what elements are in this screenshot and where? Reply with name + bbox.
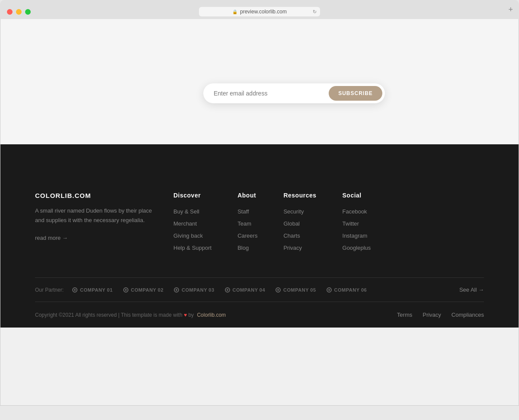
partners-label: Our Partner: bbox=[35, 287, 64, 293]
partner-company-05[interactable]: COMPANY 05 bbox=[276, 287, 316, 293]
link-team[interactable]: Team bbox=[237, 220, 251, 227]
link-careers[interactable]: Careers bbox=[237, 232, 257, 239]
footer-nav-columns: Discover Buy & Sell Merchant Giving back… bbox=[173, 192, 484, 256]
link-staff[interactable]: Staff bbox=[237, 208, 249, 215]
link-twitter[interactable]: Twitter bbox=[343, 220, 359, 227]
lock-icon: 🔒 bbox=[232, 10, 237, 14]
partner-name-1: COMPANY 01 bbox=[80, 287, 113, 293]
link-giving-back[interactable]: Giving back bbox=[173, 232, 203, 239]
link-blog[interactable]: Blog bbox=[237, 245, 249, 251]
see-all-link[interactable]: See All → bbox=[459, 286, 484, 293]
partner-name-5: COMPANY 05 bbox=[283, 287, 316, 293]
partner-company-02[interactable]: COMPANY 02 bbox=[123, 287, 164, 293]
footer-brand: COLORLIB.COM A small river named Duden f… bbox=[35, 192, 156, 256]
partner-company-06[interactable]: COMPANY 06 bbox=[327, 287, 367, 293]
subscribe-form: SUBSCRIBE bbox=[203, 83, 385, 103]
link-merchant[interactable]: Merchant bbox=[173, 220, 197, 227]
partner-name-2: COMPANY 02 bbox=[131, 287, 164, 293]
browser-content: Footer #02 SUBSCRIBE COLORLIB.COM A smal… bbox=[0, 19, 519, 406]
link-global[interactable]: Global bbox=[283, 220, 300, 227]
refresh-icon[interactable]: ↻ bbox=[313, 9, 317, 15]
footer-col-discover: Discover Buy & Sell Merchant Giving back… bbox=[173, 192, 211, 256]
col-heading-resources: Resources bbox=[283, 192, 316, 199]
address-bar[interactable]: 🔒 preview.colorlib.com ↻ bbox=[199, 7, 320, 16]
footer: COLORLIB.COM A small river named Duden f… bbox=[0, 144, 519, 328]
maximize-button[interactable] bbox=[25, 9, 31, 15]
partner-dot-1 bbox=[72, 287, 77, 293]
partner-name-4: COMPANY 04 bbox=[233, 287, 266, 293]
email-input[interactable] bbox=[214, 90, 329, 97]
partners-list: COMPANY 01 COMPANY 02 COMPANY 03 COMPANY… bbox=[72, 287, 451, 293]
partner-name-3: COMPANY 03 bbox=[182, 287, 215, 293]
brand-link[interactable]: Colorlib.com bbox=[197, 312, 226, 318]
page-main: Footer #02 SUBSCRIBE bbox=[0, 19, 519, 144]
col-heading-social: Social bbox=[343, 192, 371, 199]
by-text: by bbox=[188, 312, 194, 318]
copyright-text: Copyright ©2021 All rights reserved | Th… bbox=[35, 312, 226, 318]
browser-chrome: 🔒 preview.colorlib.com ↻ + bbox=[0, 0, 519, 19]
heart-icon: ♥ bbox=[184, 312, 187, 318]
footer-top: COLORLIB.COM A small river named Duden f… bbox=[35, 170, 484, 277]
footer-col-resources: Resources Security Global Charts Privacy bbox=[283, 192, 316, 256]
partner-dot-2 bbox=[123, 287, 128, 293]
terms-link[interactable]: Terms bbox=[397, 312, 412, 318]
new-tab-button[interactable]: + bbox=[508, 5, 513, 14]
partner-dot-4 bbox=[225, 287, 230, 293]
link-googleplus[interactable]: Googleplus bbox=[343, 245, 371, 251]
partner-dot-3 bbox=[174, 287, 179, 293]
footer-partners: Our Partner: COMPANY 01 COMPANY 02 COMPA… bbox=[35, 277, 484, 302]
partner-company-04[interactable]: COMPANY 04 bbox=[225, 287, 266, 293]
brand-description: A small river named Duden flows by their… bbox=[35, 206, 156, 225]
partner-name-6: COMPANY 06 bbox=[334, 287, 367, 293]
footer-legal: Terms Privacy Compliances bbox=[397, 312, 484, 318]
privacy-link[interactable]: Privacy bbox=[423, 312, 441, 318]
partner-company-01[interactable]: COMPANY 01 bbox=[72, 287, 113, 293]
partner-company-03[interactable]: COMPANY 03 bbox=[174, 287, 215, 293]
url-text: preview.colorlib.com bbox=[240, 9, 287, 15]
partner-dot-5 bbox=[276, 287, 281, 293]
footer-col-about: About Staff Team Careers Blog bbox=[237, 192, 257, 256]
footer-col-social: Social Facebook Twitter Instagram Google… bbox=[343, 192, 371, 256]
read-more-link[interactable]: read more → bbox=[35, 235, 68, 241]
link-buy-sell[interactable]: Buy & Sell bbox=[173, 208, 199, 215]
link-help-support[interactable]: Help & Support bbox=[173, 245, 211, 251]
below-footer bbox=[0, 328, 519, 405]
col-heading-about: About bbox=[237, 192, 257, 199]
link-instagram[interactable]: Instagram bbox=[343, 232, 368, 239]
link-facebook[interactable]: Facebook bbox=[343, 208, 367, 215]
close-button[interactable] bbox=[7, 9, 13, 15]
footer-bottom: Copyright ©2021 All rights reserved | Th… bbox=[35, 302, 484, 328]
subscribe-button[interactable]: SUBSCRIBE bbox=[329, 86, 382, 101]
link-privacy[interactable]: Privacy bbox=[283, 245, 302, 251]
brand-name: COLORLIB.COM bbox=[35, 192, 156, 199]
copyright-main: Copyright ©2021 All rights reserved | Th… bbox=[35, 312, 183, 318]
link-charts[interactable]: Charts bbox=[283, 232, 300, 239]
minimize-button[interactable] bbox=[16, 9, 22, 15]
compliances-link[interactable]: Compliances bbox=[452, 312, 484, 318]
col-heading-discover: Discover bbox=[173, 192, 211, 199]
partner-dot-6 bbox=[327, 287, 332, 293]
link-security[interactable]: Security bbox=[283, 208, 304, 215]
